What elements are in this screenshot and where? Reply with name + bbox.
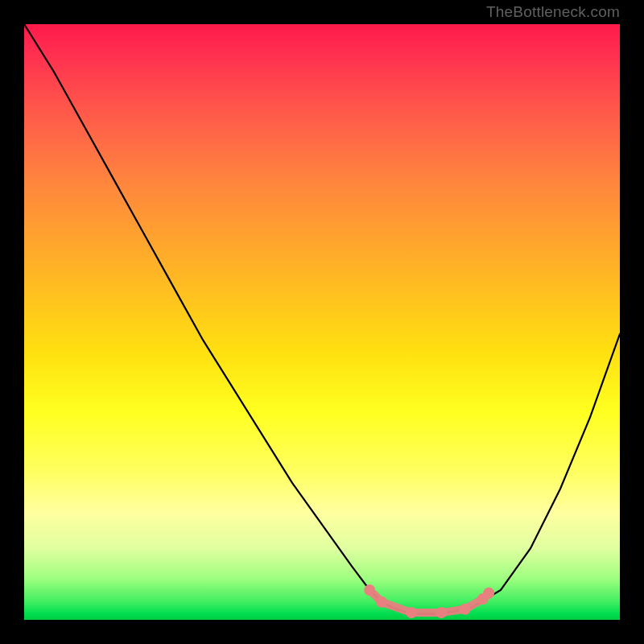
- svg-point-2: [406, 607, 417, 618]
- svg-point-3: [436, 607, 447, 618]
- bottleneck-range-markers: [364, 584, 494, 618]
- curve-overlay: [24, 24, 620, 620]
- svg-point-6: [483, 588, 494, 599]
- svg-point-4: [460, 604, 471, 615]
- watermark-text: TheBottleneck.com: [486, 3, 620, 21]
- bottleneck-curve: [24, 24, 620, 614]
- svg-point-0: [364, 584, 375, 596]
- svg-point-1: [376, 597, 387, 608]
- bottleneck-chart: TheBottleneck.com: [0, 0, 644, 644]
